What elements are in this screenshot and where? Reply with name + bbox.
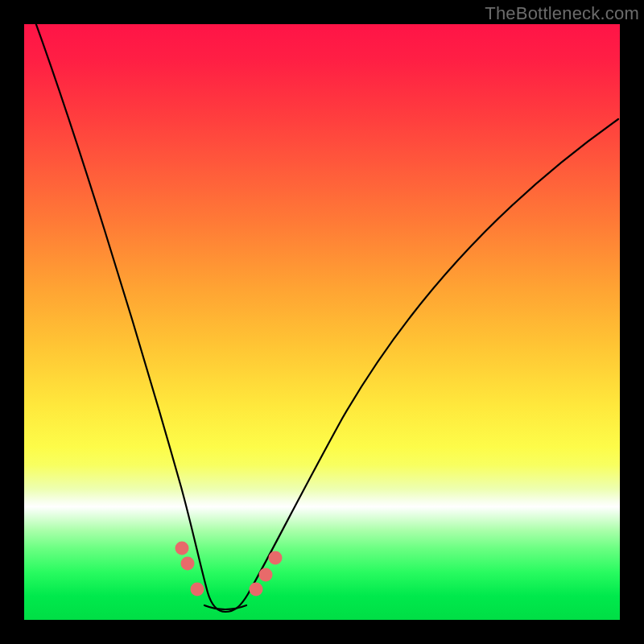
- marker-dot: [175, 542, 189, 555]
- marker-dot: [269, 551, 283, 565]
- curve-path: [26, 0, 618, 612]
- bottleneck-curve: [24, 24, 620, 620]
- marker-dot: [181, 557, 195, 571]
- marker-dot: [259, 568, 273, 582]
- marker-dot: [250, 583, 263, 597]
- chart-stage: TheBottleneck.com: [0, 0, 644, 644]
- plot-area: [24, 24, 620, 620]
- marker-dot: [191, 583, 204, 597]
- watermark-text: TheBottleneck.com: [485, 3, 639, 24]
